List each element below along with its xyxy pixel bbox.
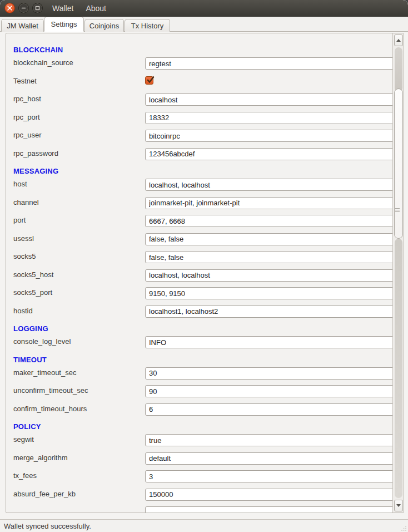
menu-about[interactable]: About	[86, 4, 106, 13]
rpc-port-input[interactable]	[145, 112, 394, 124]
section-header: LOGGING	[13, 323, 392, 336]
section-header: BLOCKCHAIN	[13, 45, 392, 57]
titlebar: Wallet About	[0, 0, 408, 17]
socks5-host-input[interactable]	[145, 269, 394, 282]
section-label: LOGGING	[13, 324, 48, 333]
form-row: tx_fees	[13, 470, 392, 489]
check-icon	[146, 75, 155, 85]
field-label: unconfirm_timeout_sec	[13, 385, 88, 395]
field-label: rpc_host	[13, 93, 41, 104]
app-window: Wallet About JM Wallet Settings Coinjoin…	[0, 0, 408, 532]
section-label: TIMEOUT	[13, 356, 47, 364]
host-input[interactable]	[145, 179, 394, 191]
form-row: channel	[13, 197, 392, 215]
tab-settings[interactable]: Settings	[44, 17, 84, 32]
merge-algorithm-input[interactable]	[145, 452, 394, 465]
field-label: absurd_fee_per_kb	[13, 489, 76, 499]
form-row: usessl	[13, 233, 392, 252]
field-label: socks5_port	[13, 287, 52, 297]
form-row: merge_algorithm	[13, 452, 392, 471]
form-row: rpc_user	[13, 130, 392, 148]
resize-grip-icon[interactable]	[401, 525, 407, 531]
field-label: segwit	[13, 434, 34, 444]
field-label: Testnet	[13, 76, 37, 86]
field-label: port	[13, 215, 26, 225]
scrollbar-thumb[interactable]	[394, 88, 403, 239]
scrollbar-grip-icon	[395, 208, 400, 212]
form-row: unconfirm_timeout_sec	[13, 385, 392, 403]
maker-timeout-sec-input[interactable]	[145, 367, 394, 380]
field-label: blockchain_source	[13, 57, 73, 67]
field-label: tx_fees	[13, 470, 37, 480]
usessl-input[interactable]	[145, 233, 394, 245]
field-label: rpc_password	[13, 148, 58, 158]
form-row: hostid	[13, 306, 392, 324]
form-row: rpc_port	[13, 112, 392, 130]
rpc-host-input[interactable]	[145, 93, 394, 106]
section-label: MESSAGING	[13, 167, 58, 175]
console-log-level-input[interactable]	[145, 336, 394, 348]
maximize-icon[interactable]	[32, 3, 43, 13]
form-row: Testnet	[13, 76, 392, 94]
field-label: rpc_user	[13, 130, 42, 140]
rpc-user-input[interactable]	[145, 130, 394, 142]
blockchain-source-input[interactable]	[145, 57, 394, 70]
form-row: console_log_level	[13, 336, 392, 354]
field-label: socks5_host	[13, 269, 53, 279]
form-row: confirm_timeout_hours	[13, 403, 392, 422]
hostid-input[interactable]	[145, 306, 394, 318]
form-row: rpc_host	[13, 93, 392, 112]
segwit-input[interactable]	[145, 434, 394, 446]
settings-form: BLOCKCHAINblockchain_sourceTestnetrpc_ho…	[6, 33, 392, 513]
clipped-input[interactable]	[145, 506, 394, 513]
scroll-down-icon[interactable]	[394, 500, 403, 511]
field-label: console_log_level	[13, 336, 71, 346]
field-label: rpc_port	[13, 112, 40, 122]
section-header: POLICY	[13, 421, 392, 434]
confirm-timeout-hours-input[interactable]	[145, 403, 394, 416]
socks5-port-input[interactable]	[145, 287, 394, 299]
tab-tx-history[interactable]: Tx History	[125, 19, 170, 32]
scrollbar-track-lower[interactable]	[395, 239, 402, 498]
field-label: maker_timeout_sec	[13, 367, 76, 377]
testnet-checkbox[interactable]	[145, 76, 153, 85]
socks5-input[interactable]	[145, 251, 394, 263]
form-row: socks5_port	[13, 287, 392, 306]
absurd-fee-per-kb-input[interactable]	[145, 489, 394, 501]
minimize-icon[interactable]	[18, 3, 29, 13]
unconfirm-timeout-sec-input[interactable]	[145, 385, 394, 397]
tx-fees-input[interactable]	[145, 470, 394, 482]
form-row: socks5	[13, 251, 392, 269]
field-label: hostid	[13, 306, 33, 316]
tab-jm-wallet[interactable]: JM Wallet	[1, 19, 44, 32]
rpc-password-input[interactable]	[145, 148, 394, 160]
form-row: absurd_fee_per_kb	[13, 489, 392, 507]
field-label: socks5	[13, 251, 36, 261]
section-header: TIMEOUT	[13, 354, 392, 367]
section-label: BLOCKCHAIN	[13, 46, 63, 54]
scroll-up-icon[interactable]	[394, 35, 403, 46]
form-row: port	[13, 215, 392, 233]
form-row: maker_timeout_sec	[13, 367, 392, 386]
vertical-scrollbar[interactable]	[392, 33, 404, 513]
tab-coinjoins[interactable]: Coinjoins	[84, 19, 124, 32]
form-row: segwit	[13, 434, 392, 452]
form-row: host	[13, 179, 392, 197]
form-row: socks5_host	[13, 269, 392, 288]
close-icon[interactable]	[4, 3, 15, 13]
port-input[interactable]	[145, 215, 394, 227]
field-label: channel	[13, 197, 39, 207]
tab-bar: JM Wallet Settings Coinjoins Tx History	[0, 17, 408, 32]
form-row: rpc_password	[13, 148, 392, 166]
menu-wallet[interactable]: Wallet	[52, 4, 73, 13]
channel-input[interactable]	[145, 197, 394, 209]
settings-scroll-frame: BLOCKCHAINblockchain_sourceTestnetrpc_ho…	[6, 33, 404, 513]
field-label: usessl	[13, 233, 34, 243]
section-label: POLICY	[13, 422, 41, 431]
form-row: blockchain_source	[13, 57, 392, 76]
status-bar: Wallet synced successfully.	[0, 519, 408, 532]
scrollbar-track-upper[interactable]	[395, 47, 402, 92]
field-label: confirm_timeout_hours	[13, 403, 87, 413]
section-header: MESSAGING	[13, 166, 392, 179]
field-label: merge_algorithm	[13, 452, 68, 462]
